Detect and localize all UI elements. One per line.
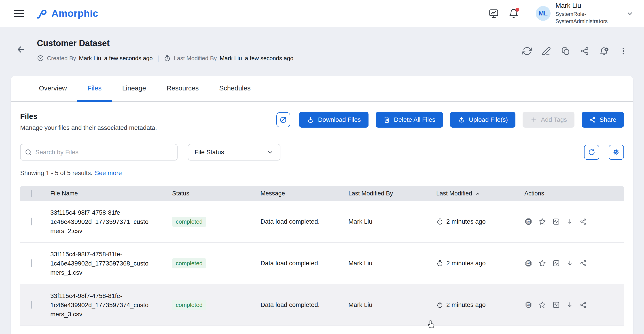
see-more-link[interactable]: See more [95, 169, 122, 176]
star-icon[interactable] [538, 218, 546, 226]
back-button[interactable] [16, 45, 26, 54]
results-count: Showing 1 - 5 of 5 results. [20, 169, 92, 176]
sort-up-icon [474, 190, 481, 197]
table-header: File Name Status Message Last Modified B… [20, 186, 624, 201]
modified-time: 2 minutes ago [446, 218, 486, 225]
modified-by-label: Last Modified By [174, 55, 217, 62]
add-tags-button[interactable]: Add Tags [522, 112, 574, 128]
refresh-icon [588, 148, 596, 156]
user-role: SystemRole-SystemAdministrators [556, 11, 616, 25]
col-file-name[interactable]: File Name [50, 190, 172, 197]
file-name: 33f115c4-98f7-4758-81fe-1c46e439902d_177… [50, 250, 152, 277]
search-icon [24, 148, 32, 156]
ai-chip-icon[interactable]: AI [524, 259, 532, 267]
activity-icon[interactable] [552, 259, 560, 267]
stopwatch-icon [436, 218, 444, 225]
files-section-subtitle: Manage your files and their associated m… [20, 124, 157, 131]
tab-lineage[interactable]: Lineage [112, 76, 156, 102]
download-files-button[interactable]: Download Files [299, 112, 368, 128]
stopwatch-icon [436, 301, 444, 308]
star-icon[interactable] [538, 259, 546, 267]
dataset-card: Overview Files Lineage Resources Schedul… [11, 76, 633, 334]
sync-icon[interactable] [522, 46, 532, 56]
row-checkbox[interactable] [31, 301, 32, 309]
dataset-actions [522, 46, 628, 56]
modified-time: 2 minutes ago [446, 301, 486, 308]
files-section-title: Files [20, 112, 157, 121]
col-status[interactable]: Status [172, 190, 260, 197]
menu-icon[interactable] [14, 10, 24, 17]
activity-icon[interactable] [552, 301, 560, 309]
chevron-down-icon [266, 149, 274, 156]
copy-icon[interactable] [561, 46, 570, 56]
select-all-checkbox[interactable] [31, 190, 32, 197]
modified-time: 2 minutes ago [446, 260, 486, 267]
created-by-label: Created By [47, 55, 76, 62]
file-name: 33f115c4-98f7-4758-81fe-1c46e439902d_177… [50, 291, 152, 319]
ai-chip-icon[interactable]: AI [524, 218, 532, 226]
share-icon[interactable] [580, 46, 590, 56]
user-name: Mark Liu [556, 2, 616, 10]
divider [528, 6, 528, 21]
modified-by-user: Mark Liu [220, 55, 242, 62]
user-info[interactable]: Mark Liu SystemRole-SystemAdministrators [556, 2, 616, 25]
topbar: Amorphic ML Mark Liu SystemRole-SystemAd… [0, 0, 644, 27]
modified-by-cell: Mark Liu [348, 260, 436, 267]
file-status-filter[interactable]: File Status [188, 144, 280, 161]
stopwatch-icon [436, 260, 444, 267]
activity-icon[interactable] [552, 218, 560, 226]
share-icon[interactable] [580, 301, 587, 309]
modified-by-cell: Mark Liu [348, 301, 436, 308]
status-badge: completed [172, 217, 206, 227]
message-cell: Data load completed. [260, 218, 348, 225]
search-input[interactable] [20, 144, 178, 161]
svg-text:AI: AI [527, 262, 530, 265]
modified-by-time: a few seconds ago [245, 55, 294, 62]
dataset-meta: Created By Mark Liu a few seconds ago | … [37, 54, 294, 62]
table-settings-button[interactable] [609, 145, 624, 160]
edit-pencil-icon[interactable] [542, 46, 551, 56]
file-search [20, 144, 178, 161]
download-icon[interactable] [566, 259, 574, 267]
amorphic-logo-icon [37, 8, 49, 19]
file-name: 33f115c4-98f7-4758-81fe-1c46e439902d_177… [50, 208, 152, 235]
upload-files-button[interactable]: Upload File(s) [450, 112, 516, 128]
share-icon[interactable] [580, 218, 587, 225]
svg-text:AI: AI [527, 220, 530, 223]
ai-chip-icon[interactable]: AI [524, 301, 532, 309]
tab-schedules[interactable]: Schedules [209, 76, 261, 102]
delete-all-files-button[interactable]: Delete All Files [376, 112, 443, 128]
divider: | [158, 54, 159, 62]
table-row[interactable]: 33f115c4-98f7-4758-81fe-1c46e439902d_177… [20, 243, 624, 284]
tab-overview[interactable]: Overview [28, 76, 77, 102]
trash-icon [383, 116, 390, 123]
row-checkbox[interactable] [31, 218, 32, 225]
table-row[interactable]: 33f115c4-98f7-4758-81fe-1c46e439902d_177… [20, 284, 624, 326]
brand-logo[interactable]: Amorphic [37, 8, 98, 19]
refresh-button[interactable] [584, 145, 599, 160]
tab-files[interactable]: Files [77, 76, 112, 102]
bell-gear-icon[interactable] [599, 46, 609, 56]
chevron-down-icon[interactable] [626, 10, 634, 17]
col-last-modified-by[interactable]: Last Modified By [348, 190, 436, 197]
stopwatch-icon [164, 55, 171, 62]
monitor-chart-icon[interactable] [488, 8, 499, 19]
share-button[interactable]: Share [582, 112, 624, 128]
ai-assistant-button[interactable] [276, 112, 290, 127]
col-last-modified[interactable]: Last Modified [436, 190, 524, 197]
download-icon[interactable] [566, 301, 574, 309]
col-message[interactable]: Message [260, 190, 348, 197]
page-title: Customer Dataset [37, 39, 110, 48]
plus-icon [530, 116, 537, 123]
kebab-menu-icon[interactable] [619, 47, 628, 56]
share-icon[interactable] [580, 259, 587, 267]
row-actions: AI [524, 218, 602, 226]
svg-text:AI: AI [527, 303, 530, 306]
avatar[interactable]: ML [536, 6, 550, 21]
star-icon[interactable] [538, 301, 546, 309]
table-row[interactable]: 33f115c4-98f7-4758-81fe-1c46e439902d_177… [20, 201, 624, 243]
tab-resources[interactable]: Resources [156, 76, 209, 102]
download-icon[interactable] [566, 218, 574, 225]
notifications-button[interactable] [508, 8, 519, 19]
row-checkbox[interactable] [31, 259, 32, 267]
